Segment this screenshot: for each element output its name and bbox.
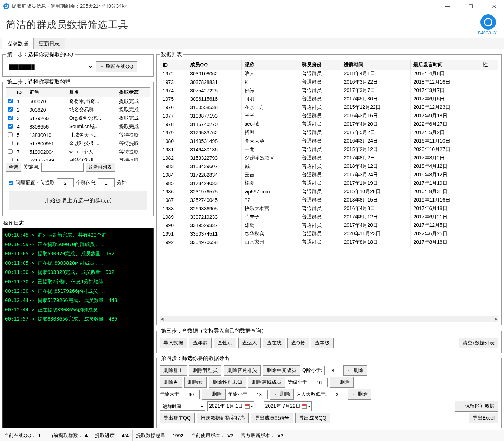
qq-select[interactable]: ████████ [6,62,93,71]
log-output[interactable]: 00:10:45-> 群列表刷新完成, 共有423个群00:10:59-> 正在… [2,228,154,428]
del-admin-button[interactable]: 删除管理员 [189,365,221,376]
data-table-wrap[interactable]: ID 成员QQ 昵称 群员身份 进群时间 最后发言时间 性 1972303010… [160,60,498,316]
refresh-groups-button[interactable]: 刷新群列表 [86,163,115,172]
group-checkbox[interactable] [8,107,13,112]
minimize-button[interactable]: — [440,2,454,11]
data-row[interactable]: 19803140531498齐天大圣普通群员2016年3月24日2016年11月… [160,137,498,145]
date-from-input[interactable]: 2021年 1月 1日▾ [207,401,254,411]
col-name[interactable]: 群名 [67,88,117,97]
push-data-button[interactable]: 推送数据到指定程序 [197,413,249,423]
daren-del-button[interactable]: ← 删除 [348,389,371,400]
age-gt-input[interactable] [183,390,200,399]
data-row[interactable]: 19903319529337雄鹰普通群员2017年4月20日2017年12月5日 [160,221,498,230]
start-extract-button[interactable]: 开始提取上方选中的群成员 [9,191,147,210]
data-row[interactable]: 19723030108062浪人普通群员2018年4月1日2018年4月8日 [160,70,498,78]
data-row[interactable]: 19743075427225佛缘普通群员2017年3月7日2017年3月7日 [160,86,498,95]
data-row[interactable]: 19763100558538在水一方普通群员2015年12月22日2019年12… [160,103,498,112]
export-qq-button[interactable]: 导出成员QQ [295,413,330,423]
dcol-nick[interactable]: 昵称 [242,60,299,70]
group-checkbox[interactable] [8,158,13,161]
maximize-button[interactable]: ☐ [464,2,478,11]
group-list[interactable]: ID 群号 群名 提取状态 1500070奇得米,出奇...提取完成290382… [6,87,150,161]
data-row[interactable]: 19863231976575vip567.com普通群员2015年10月28日2… [160,187,498,196]
query-daren-button[interactable]: 查达人 [238,338,261,348]
del-normal-button[interactable]: 删除普通群员 [224,365,261,376]
group-row[interactable]: 35179266Org域名交流...提取完成 [6,114,150,123]
age-lt-input[interactable] [251,390,268,399]
data-row[interactable]: 19853173424033橘夏普通群员2017年1月19日2017年1月19日 [160,179,498,187]
export-excel-button[interactable]: 导出Excel [469,413,498,423]
group-checkbox[interactable] [8,141,13,145]
group-checkbox[interactable] [8,132,13,137]
refresh-qq-button[interactable]: ← 刷新在线QQ [96,61,137,72]
export-owner-button[interactable]: 导出群主QQ [160,413,195,423]
data-row[interactable]: 19793129533762招财普通群员2017年5月2日2017年5月2日 [160,129,498,137]
dcol-qq[interactable]: 成员QQ [187,60,242,70]
group-row[interactable]: 7519902004wetool个人...等待提取 [6,148,150,156]
keep-range-button[interactable]: ← 保留区间数据 [455,401,498,412]
group-checkbox[interactable] [8,116,13,120]
query-online-button[interactable]: 查在线 [263,338,285,348]
dcol-last[interactable]: 最后发言时间 [411,60,480,70]
del-owner-button[interactable]: 删除群主 [160,365,187,376]
group-row[interactable]: 1500070奇得米,出奇...提取完成 [6,97,150,106]
group-row[interactable]: 2903820域名交易群提取完成 [6,106,150,114]
data-row[interactable]: 19813146480136一龙普通群员2015年2月12日2020年10月27… [160,145,498,154]
tab-extract[interactable]: 提取数据 [2,38,33,49]
col-id[interactable]: ID [15,88,27,97]
dcol-join[interactable]: 进群时间 [341,60,411,70]
keyword-input[interactable] [41,163,84,172]
del-offline-button[interactable]: 删除离线成员 [248,377,285,388]
import-data-button[interactable]: 导入数据 [160,338,187,348]
rest-minutes-input[interactable] [98,178,115,187]
del-dup-button[interactable]: 删除重复成员 [263,365,300,376]
group-row[interactable]: 48308656Soumi.cn域...提取完成 [6,123,150,131]
query-qage-button[interactable]: 查Q龄 [287,338,309,348]
select-all-button[interactable]: 全选 [6,163,21,172]
dcol-extra[interactable]: 性 [480,60,498,70]
level-del-button[interactable]: ← 删除 [330,377,354,388]
close-button[interactable]: ✕ [487,2,501,11]
daren-lt-input[interactable] [329,390,345,399]
dcol-id[interactable]: ID [160,60,187,70]
qage-del-button[interactable]: ← 删除 [343,365,367,376]
tab-changelog[interactable]: 更新日志 [33,38,65,49]
group-checkbox[interactable] [8,124,13,129]
data-row[interactable]: 19843172282834云吉普通群员2017年3月24日2019年8月12日 [160,171,498,179]
del-female-button[interactable]: 删除女 [184,377,207,388]
date-to-input[interactable]: 2021年 7月22日▾ [264,401,312,411]
group-checkbox[interactable] [8,99,13,103]
group-checkbox[interactable] [8,149,13,154]
data-row[interactable]: 19873252740045??普通群员2018年8月15日2019年11月16… [160,196,498,204]
data-row[interactable]: 19883269336905快乐大本营普通群员2016年4月8日2017年6月1… [160,204,498,213]
interval-count-input[interactable] [57,178,74,187]
dcol-role[interactable]: 群员身份 [299,60,341,70]
data-row[interactable]: 19733037828831K普通群员2016年3月22日2018年12月16日 [160,78,498,86]
query-level-button[interactable]: 查等级 [311,338,334,348]
col-status[interactable]: 提取状态 [117,88,150,97]
interval-checkbox[interactable] [9,181,13,185]
data-row[interactable]: 19833153439607诫普通群员2018年4月12日2018年4月12日 [160,162,498,171]
del-male-button[interactable]: 删除男 [160,377,182,388]
hscrollbar[interactable]: ◀▶ [160,316,498,322]
query-age-button[interactable]: 查年龄 [189,338,212,348]
col-num[interactable]: 群号 [27,88,67,97]
level-lt-input[interactable] [311,378,328,387]
del-unknown-sex-button[interactable]: 删除性别未知 [209,377,246,388]
data-row[interactable]: 19913350374511春华秋实普通群员2020年11月23日2022年6月… [160,230,498,238]
group-row[interactable]: 513830010【域名天下...等待提取 [6,131,150,139]
data-row[interactable]: 19783115740270seo-域普通群员2017年4月20日2022年6月… [160,120,498,129]
group-row[interactable]: 8521357149网站优化排...等待提取 [6,156,150,161]
data-row[interactable]: 19823153322793ジ躁哮ゐ龙Ⅳ普通群员2017年8月2日2017年8月… [160,154,498,162]
clear-datalist-button[interactable]: 清空↑数据列表 [459,338,498,348]
data-row[interactable]: 19893307219233芊末子普通群员2017年6月12日2017年6月21… [160,213,498,221]
age-gt-del-button[interactable]: ← 删除 [202,389,226,400]
qage-lt-input[interactable] [324,366,341,375]
group-row[interactable]: 6517800951金诚科技-引...等待提取 [6,139,150,148]
time-field-select[interactable]: 进群时间 [160,402,205,411]
query-sex-button[interactable]: 查性别 [214,338,236,348]
export-mail-button[interactable]: 导出成员邮箱号 [251,413,293,423]
age-lt-del-button[interactable]: ← 删除 [270,389,294,400]
data-row[interactable]: 19773108877193米米普通群员2016年3月16日2017年9月18日 [160,112,498,120]
data-row[interactable]: 19923354970658山水家园普通群员2017年8月18日2017年8月1… [160,238,498,246]
